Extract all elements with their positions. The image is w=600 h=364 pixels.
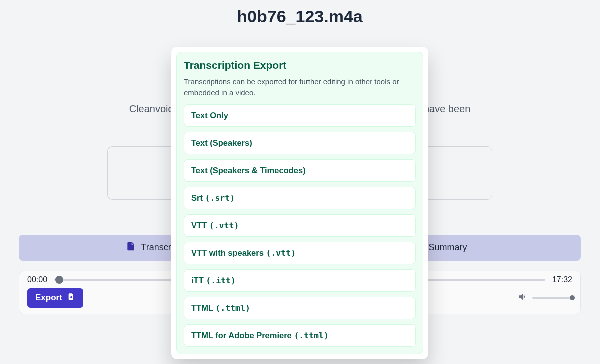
option-label: Text (Speakers): [192, 138, 252, 147]
option-ext: (.itt): [206, 276, 236, 285]
option-ext: (.vtt): [210, 221, 240, 230]
export-option-ttml[interactable]: TTML (.ttml): [184, 297, 416, 319]
option-label: Text Only: [192, 111, 228, 120]
option-ext: (.vtt): [266, 248, 296, 258]
option-label: TTML: [192, 303, 216, 312]
document-icon: [126, 241, 136, 254]
export-button-label: Export: [36, 293, 62, 303]
export-option-text-only[interactable]: Text Only: [184, 104, 416, 127]
option-ext: (.ttml): [294, 331, 329, 340]
volume-control: [518, 291, 572, 304]
export-option-itt[interactable]: iTT (.itt): [184, 269, 416, 292]
volume-icon[interactable]: [518, 291, 528, 304]
option-label: VTT: [192, 221, 210, 230]
option-ext: (.srt): [206, 193, 236, 203]
option-label: VTT with speakers: [192, 248, 266, 257]
seek-thumb[interactable]: [56, 276, 64, 284]
modal-title: Transcription Export: [184, 59, 416, 71]
volume-thumb[interactable]: [570, 295, 575, 300]
transcription-export-modal: Transcription Export Transcriptions can …: [172, 47, 428, 359]
option-label: Srt: [192, 193, 206, 202]
current-time: 00:00: [28, 275, 48, 284]
option-label: iTT: [192, 276, 206, 285]
export-button[interactable]: Export: [28, 288, 84, 308]
total-time: 17:32: [552, 275, 572, 284]
option-ext: (.ttml): [216, 303, 250, 313]
volume-track[interactable]: [532, 297, 572, 299]
page-title: h0b76_123.m4a: [0, 0, 600, 26]
option-label: Text (Speakers & Timecodes): [192, 166, 306, 175]
export-option-text-speakers-timecodes[interactable]: Text (Speakers & Timecodes): [184, 159, 416, 182]
export-option-ttml-premiere[interactable]: TTML for Adobe Premiere (.ttml): [184, 324, 416, 347]
export-option-text-speakers[interactable]: Text (Speakers): [184, 132, 416, 154]
tab-label: Summary: [428, 242, 467, 253]
export-option-vtt-speakers[interactable]: VTT with speakers (.vtt): [184, 242, 416, 264]
modal-description: Transcriptions can be exported for furth…: [184, 76, 416, 98]
file-download-icon: [68, 293, 76, 303]
export-option-srt[interactable]: Srt (.srt): [184, 187, 416, 209]
export-option-vtt[interactable]: VTT (.vtt): [184, 214, 416, 237]
option-label: TTML for Adobe Premiere: [192, 331, 294, 340]
